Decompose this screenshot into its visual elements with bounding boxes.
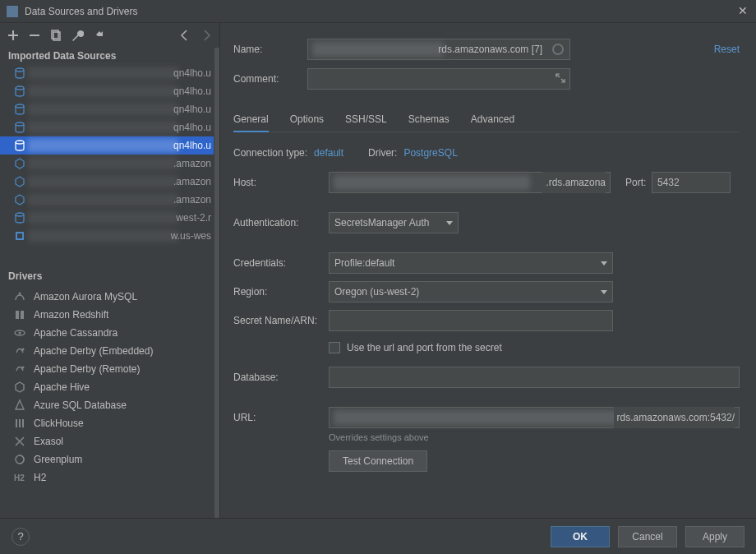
datasource-item[interactable]: qn4lho.u — [0, 118, 219, 136]
window-title: Data Sources and Drivers — [25, 6, 736, 17]
driver-item[interactable]: Apache Cassandra — [0, 324, 219, 342]
datasource-item[interactable]: .amazon — [0, 173, 219, 191]
driver-label: Apache Cassandra — [34, 327, 118, 339]
driver-item[interactable]: ClickHouse — [0, 414, 219, 432]
port-input[interactable] — [652, 172, 731, 193]
region-value: Oregon (us-west-2) — [334, 286, 419, 298]
svg-point-7 — [16, 141, 24, 144]
remove-icon[interactable] — [28, 29, 41, 42]
driver-item[interactable]: Exasol — [0, 432, 219, 450]
driver-item[interactable]: Apache Derby (Embedded) — [0, 342, 219, 360]
redacted-text — [28, 157, 178, 170]
secret-label: Secret Name/ARN: — [233, 315, 329, 326]
datasource-icon — [13, 193, 26, 206]
wrench-icon[interactable] — [71, 29, 84, 42]
datasource-item[interactable]: qn4lho.u — [0, 136, 219, 155]
loading-spinner-icon — [552, 44, 564, 55]
driver-item[interactable]: Apache Hive — [0, 378, 219, 396]
imported-header: Imported Data Sources — [0, 48, 219, 64]
datasource-icon — [13, 85, 26, 98]
conn-type-label: Connection type: — [233, 147, 307, 159]
datasource-item[interactable]: qn4lho.u — [0, 100, 219, 118]
cancel-button[interactable]: Cancel — [618, 526, 677, 547]
test-connection-button[interactable]: Test Connection — [329, 450, 427, 472]
tab-ssh-ssl[interactable]: SSH/SSL — [345, 113, 387, 132]
comment-input[interactable] — [307, 68, 570, 90]
tab-advanced[interactable]: Advanced — [471, 113, 514, 132]
datasource-item[interactable]: .amazon — [0, 191, 219, 209]
driver-label: Apache Derby (Remote) — [34, 363, 140, 375]
database-input[interactable] — [329, 367, 740, 388]
svg-point-17 — [22, 367, 25, 369]
add-icon[interactable] — [7, 29, 20, 42]
datasource-item[interactable]: .amazon — [0, 155, 219, 173]
chevron-down-icon — [446, 221, 453, 225]
tab-general[interactable]: General — [233, 113, 269, 132]
redacted-text — [28, 121, 178, 134]
svg-point-15 — [19, 332, 21, 335]
datasource-suffix: .amazon — [173, 191, 211, 209]
close-icon[interactable]: ✕ — [736, 5, 749, 18]
driver-item[interactable]: Azure SQL Database — [0, 396, 219, 414]
datasource-item[interactable]: qn4lho.u — [0, 82, 219, 100]
reset-link[interactable]: Reset — [714, 44, 740, 55]
driver-icon — [13, 290, 26, 303]
auth-select[interactable]: SecretsManager Auth — [329, 212, 459, 233]
tab-schemas[interactable]: Schemas — [408, 113, 449, 132]
credentials-select[interactable]: Profile:default — [329, 252, 613, 274]
database-label: Database: — [233, 372, 329, 383]
datasource-suffix: .amazon — [173, 173, 211, 191]
credentials-label: Credentials: — [233, 257, 329, 269]
driver-value[interactable]: PostgreSQL — [403, 147, 457, 159]
datasource-suffix: qn4lho.u — [173, 118, 211, 136]
help-button[interactable]: ? — [12, 528, 30, 546]
conn-type-value[interactable]: default — [314, 147, 343, 159]
datasource-item[interactable]: w.us-wes — [0, 227, 219, 245]
region-select[interactable]: Oregon (us-west-2) — [329, 281, 613, 302]
datasource-item[interactable]: qn4lho.u — [0, 64, 219, 82]
driver-icon: H2 — [13, 471, 26, 484]
datasource-suffix: west-2.r — [176, 209, 211, 227]
driver-icon — [13, 435, 26, 448]
chevron-down-icon — [601, 261, 607, 265]
ok-button[interactable]: OK — [551, 526, 610, 547]
tabs: GeneralOptionsSSH/SSLSchemasAdvanced — [233, 113, 740, 132]
datasource-item[interactable]: west-2.r — [0, 209, 219, 227]
app-icon — [7, 6, 18, 17]
port-label: Port: — [611, 177, 652, 188]
driver-item[interactable]: Greenplum — [0, 450, 219, 469]
driver-item[interactable]: Apache Derby (Remote) — [0, 360, 219, 378]
datasource-icon — [13, 121, 26, 134]
use-url-label: Use the url and port from the secret — [347, 342, 502, 353]
back-icon[interactable] — [178, 29, 191, 42]
redacted-text — [28, 229, 178, 242]
reset-layout-icon[interactable] — [92, 29, 105, 42]
redacted-text — [28, 85, 178, 98]
redacted-text — [28, 139, 178, 152]
redacted-text — [312, 42, 444, 57]
driver-icon — [13, 362, 26, 376]
driver-item[interactable]: Amazon Aurora MySQL — [0, 288, 219, 306]
driver-item[interactable]: H2H2 — [0, 469, 219, 487]
driver-label: H2 — [34, 472, 46, 483]
secret-input[interactable] — [329, 310, 613, 331]
datasource-icon — [13, 211, 26, 224]
svg-rect-18 — [16, 419, 17, 427]
tab-options[interactable]: Options — [290, 113, 324, 132]
driver-label: Amazon Aurora MySQL — [34, 291, 137, 302]
driver-item[interactable]: Amazon Redshift — [0, 306, 219, 324]
forward-icon[interactable] — [200, 29, 213, 42]
url-label: URL: — [233, 412, 329, 423]
svg-rect-19 — [19, 419, 21, 427]
datasource-list: qn4lho.uqn4lho.uqn4lho.uqn4lho.uqn4lho.u… — [0, 64, 219, 245]
expand-icon[interactable] — [555, 73, 565, 83]
redacted-text — [28, 193, 178, 206]
apply-button[interactable]: Apply — [685, 526, 744, 547]
datasource-suffix: w.us-wes — [171, 227, 211, 245]
scrollbar[interactable] — [214, 48, 219, 518]
svg-point-8 — [16, 213, 24, 216]
use-url-checkbox[interactable] — [329, 342, 340, 353]
svg-point-6 — [16, 122, 24, 126]
copy-icon[interactable] — [49, 29, 62, 42]
svg-point-3 — [16, 68, 24, 72]
